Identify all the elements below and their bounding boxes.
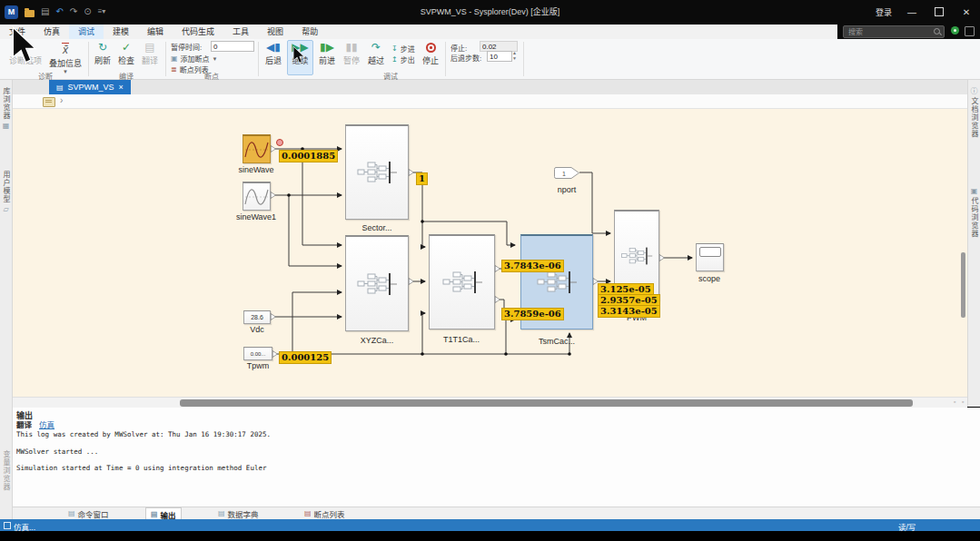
sidebar-tab-code[interactable]: ▣ 代码浏览器 [968, 187, 980, 238]
minimize-button[interactable]: — [898, 0, 926, 24]
filter-translate-link[interactable]: 翻译 [16, 418, 32, 429]
log-line: Simulation started at Time = 0 using int… [16, 464, 906, 472]
pause-time-row: 暂停时间: [171, 42, 202, 52]
stop-time-label: 停止: [450, 43, 467, 53]
menu-help[interactable]: 帮助 [292, 25, 327, 39]
sidebar-tab-user-models[interactable]: 用户模型 ▱ [0, 171, 12, 213]
pause-button[interactable]: ▮▮ 暂停 [341, 41, 362, 66]
filter-simulate-link[interactable]: 仿真 [39, 418, 54, 429]
canvas-vertical-scrollbar[interactable] [961, 252, 965, 318]
status-readwrite: 读/写 [898, 521, 916, 532]
canvas-horizontal-scrollbar[interactable] [180, 399, 913, 407]
sidebar-tab-library[interactable]: 库浏览器 ▦ [0, 87, 12, 130]
document-tab[interactable]: ▤ SVPWM_VS × [49, 80, 131, 94]
step-out-icon: ↥ [391, 55, 398, 64]
menu-modeling[interactable]: 建模 [104, 25, 138, 39]
step-over-button[interactable]: ↷ 越过 [364, 41, 388, 66]
check-button[interactable]: ✓ 检查 [114, 41, 138, 66]
block-t1t1[interactable] [429, 234, 495, 330]
block-vdc[interactable]: 28.6 [243, 310, 271, 324]
breadcrumb: › [13, 94, 967, 109]
code-icon: ▣ [971, 187, 978, 195]
overlay-info-button[interactable]: x̄ 叠加信息 ▼ [45, 41, 85, 74]
block-tpwm[interactable]: 0.00... [243, 347, 272, 360]
panel-toggle-icon[interactable] [965, 26, 975, 36]
tab-command-window[interactable]: ▤ 命令窗口 [64, 507, 114, 519]
ribbon: ⚙ 诊断选项 x̄ 叠加信息 ▼ ↻ 刷新 ✓ 检查 ▤ 翻译 暂停时间: ▣ [0, 39, 980, 80]
close-button[interactable]: ✕ [953, 0, 980, 24]
probe-value[interactable]: 3.7843e-06 [501, 260, 564, 272]
step-out-button[interactable]: ↥ 步出 [391, 54, 415, 64]
sidebar-tab-documents[interactable]: ⓘ 文档浏览器 [968, 85, 980, 138]
status-bar: 仿真... 读/写 [0, 519, 980, 531]
search-box [843, 25, 945, 38]
library-icon: ▦ [3, 122, 10, 130]
refresh-icon: ↻ [98, 41, 107, 54]
probe-value[interactable]: 3.7859e-06 [501, 308, 564, 320]
check-icon: ✓ [122, 41, 131, 54]
tab-close-icon[interactable]: × [119, 83, 124, 92]
breakpoint-list-button[interactable]: ≣ 断点列表 [171, 64, 209, 74]
chevron-down-icon: ▼ [63, 69, 68, 74]
mouse-cursor [292, 45, 304, 64]
maximize-button[interactable] [926, 0, 953, 24]
probe-value[interactable]: 0.0001885 [279, 150, 338, 162]
tab-data-dictionary[interactable]: ▤ 数据字典 [213, 507, 263, 519]
add-breakpoint-icon: ▣ [171, 54, 178, 63]
block-xyz[interactable] [345, 235, 409, 331]
block-label: nport [558, 185, 577, 194]
block-nport[interactable]: 1 [554, 167, 580, 180]
pause-time-input[interactable] [212, 42, 253, 51]
block-sinewave[interactable] [243, 134, 271, 163]
breadcrumb-model-icon[interactable] [43, 97, 55, 107]
translate-button[interactable]: ▤ 翻译 [138, 41, 162, 66]
probe-value[interactable]: 1 [416, 172, 428, 185]
help-status-icon[interactable] [951, 26, 959, 34]
chevron-right-icon: › [60, 95, 63, 105]
step-over-icon: ↷ [371, 41, 381, 54]
output-icon: ▤ [151, 510, 158, 518]
pause-icon: ▮▮ [345, 41, 357, 54]
mouse-cursor-large [11, 25, 36, 66]
step-forward-icon: ▮▶ [320, 41, 334, 54]
menu-simulation[interactable]: 仿真 [35, 25, 69, 39]
menu-codegen[interactable]: 代码生成 [173, 25, 223, 39]
stop-button[interactable]: 停止 [420, 41, 441, 66]
probe-value[interactable]: 0.000125 [279, 351, 332, 364]
log-output: This log was created by MWSolver at: Thu… [16, 430, 906, 472]
user-model-icon: ▱ [3, 205, 8, 213]
tab-breakpoint-list[interactable]: ▤ 断点列表 [300, 507, 350, 519]
search-input[interactable] [846, 26, 932, 38]
stop-time-input[interactable] [480, 42, 517, 51]
login-button[interactable]: 登录 [876, 6, 892, 18]
step-back-icon: ◀▮ [266, 41, 281, 54]
menu-view[interactable]: 视图 [258, 25, 292, 39]
add-breakpoint-button[interactable]: ▣ 添加断点 ▼ [171, 54, 218, 64]
step-back-button[interactable]: ◀▮ 后退 [262, 41, 285, 66]
refresh-button[interactable]: ↻ 刷新 [91, 41, 114, 66]
block-sector[interactable] [345, 124, 409, 220]
menu-edit[interactable]: 编辑 [138, 25, 173, 39]
scroll-split-icon[interactable]: ▫ [954, 398, 955, 405]
scroll-options-icon[interactable]: ▫ [962, 398, 964, 405]
breakpoint-marker[interactable] [276, 139, 283, 146]
breakpoint-list-icon: ▤ [304, 509, 312, 517]
probe-value[interactable]: 3.3143e-05 [598, 305, 660, 318]
menu-debug[interactable]: 调试 [69, 25, 104, 39]
model-canvas[interactable]: sineWave sineWave1 Sector... XYZCa... T1… [13, 109, 967, 397]
window-title: SVPWM_VS - Sysplorer(Dev) [企业版] [0, 5, 980, 17]
sidebar-tab-variables[interactable]: 变量浏览器 [0, 450, 12, 491]
back-steps-spinner[interactable]: ▲▼ [512, 50, 517, 61]
menu-tools[interactable]: 工具 [223, 25, 258, 39]
tab-output[interactable]: ▤ 输出 [145, 507, 182, 520]
step-in-button[interactable]: ↧ 步进 [391, 44, 415, 54]
app-window: M ▤ ↶ ↷ ⊙ ≡▾ SVPWM_VS - Sysplorer(Dev) [… [0, 0, 980, 541]
block-sinewave1[interactable] [243, 182, 271, 211]
step-forward-button[interactable]: ▮▶ 前进 [315, 41, 339, 66]
block-scope[interactable] [696, 243, 724, 271]
subsystem-icon [441, 269, 483, 296]
back-steps-input[interactable] [488, 52, 511, 61]
command-window-icon: ▤ [68, 509, 75, 517]
sine-icon [243, 184, 270, 210]
block-label: Vdc [250, 325, 264, 334]
